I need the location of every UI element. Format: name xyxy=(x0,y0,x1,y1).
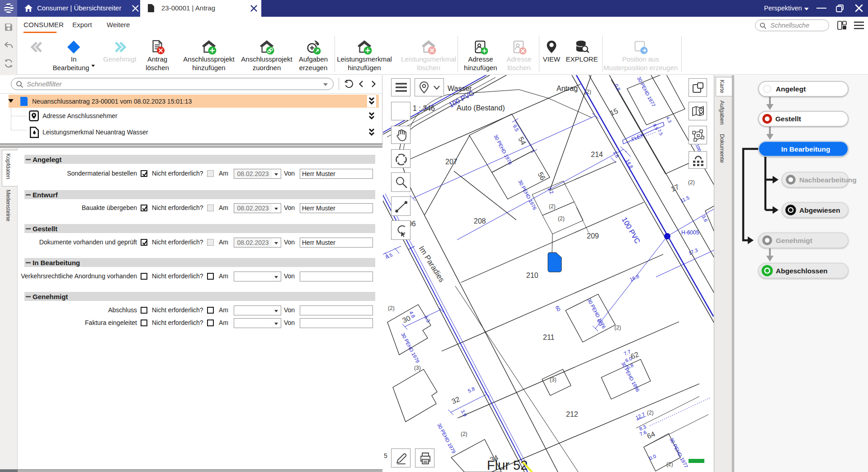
svg-text:(3): (3) xyxy=(414,365,421,371)
svg-text:12.7: 12.7 xyxy=(635,411,646,420)
svg-text:211: 211 xyxy=(543,334,555,341)
svg-text:11.5: 11.5 xyxy=(679,195,690,203)
svg-text:(2): (2) xyxy=(614,324,621,331)
svg-text:17.3: 17.3 xyxy=(688,247,698,256)
svg-text:(3): (3) xyxy=(550,377,557,383)
svg-text:15: 15 xyxy=(609,107,619,117)
svg-text:208: 208 xyxy=(474,217,486,225)
svg-text:(2): (2) xyxy=(388,305,395,311)
svg-text:5.8: 5.8 xyxy=(467,386,476,394)
svg-text:Abgewiesen: Abgewiesen xyxy=(799,206,840,214)
svg-text:(2): (2) xyxy=(647,410,654,416)
svg-text:Nachbearbeitung: Nachbearbeitung xyxy=(799,176,857,184)
svg-text:1 : 346: 1 : 346 xyxy=(413,105,435,112)
svg-text:(2): (2) xyxy=(585,89,591,95)
svg-text:(2): (2) xyxy=(549,203,556,210)
svg-text:17: 17 xyxy=(670,183,680,193)
svg-text:207: 207 xyxy=(445,158,458,166)
svg-text:Genehmigt: Genehmigt xyxy=(776,237,812,244)
svg-text:30 PEHD 1976: 30 PEHD 1976 xyxy=(586,297,607,329)
svg-text:Antrag: Antrag xyxy=(557,85,578,92)
svg-text:Wasser: Wasser xyxy=(448,85,472,92)
svg-text:30 PEHD 1976: 30 PEHD 1976 xyxy=(517,179,538,210)
svg-text:16.8: 16.8 xyxy=(629,273,640,282)
svg-text:(2): (2) xyxy=(688,179,695,186)
svg-text:64: 64 xyxy=(646,430,656,440)
svg-text:0.0: 0.0 xyxy=(648,453,657,461)
svg-text:3.6: 3.6 xyxy=(701,214,709,223)
svg-text:7.5: 7.5 xyxy=(656,129,664,137)
svg-text:209: 209 xyxy=(587,232,599,240)
svg-text:3.9: 3.9 xyxy=(460,409,468,417)
svg-text:Abgeschlossen: Abgeschlossen xyxy=(776,267,828,275)
svg-text:100 PVC: 100 PVC xyxy=(620,216,642,245)
svg-text:30 PEHD 1979: 30 PEHD 1979 xyxy=(436,422,457,454)
svg-text:32: 32 xyxy=(450,395,461,405)
svg-text:(2): (2) xyxy=(666,461,673,467)
svg-text:60: 60 xyxy=(554,305,561,312)
svg-text:30 PEHD 1979: 30 PEHD 1979 xyxy=(400,332,420,363)
svg-text:(2): (2) xyxy=(461,431,467,437)
svg-text:H-6005: H-6005 xyxy=(681,229,699,236)
svg-text:In Bearbeitung: In Bearbeitung xyxy=(781,145,830,153)
svg-text:212: 212 xyxy=(566,410,578,418)
svg-text:210: 210 xyxy=(526,272,538,279)
svg-text:Angelegt: Angelegt xyxy=(776,85,806,93)
svg-text:6.3: 6.3 xyxy=(423,315,431,323)
svg-text:(2): (2) xyxy=(558,215,565,222)
svg-text:Auto (Bestand): Auto (Bestand) xyxy=(457,104,505,112)
svg-text:Gestellt: Gestellt xyxy=(775,115,801,123)
svg-text:214: 214 xyxy=(591,151,603,158)
svg-text:Im Paradies: Im Paradies xyxy=(417,244,446,284)
